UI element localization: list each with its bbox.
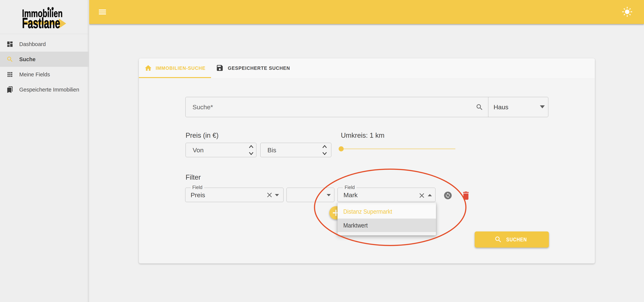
svg-text:Fastlane: Fastlane <box>22 15 60 31</box>
